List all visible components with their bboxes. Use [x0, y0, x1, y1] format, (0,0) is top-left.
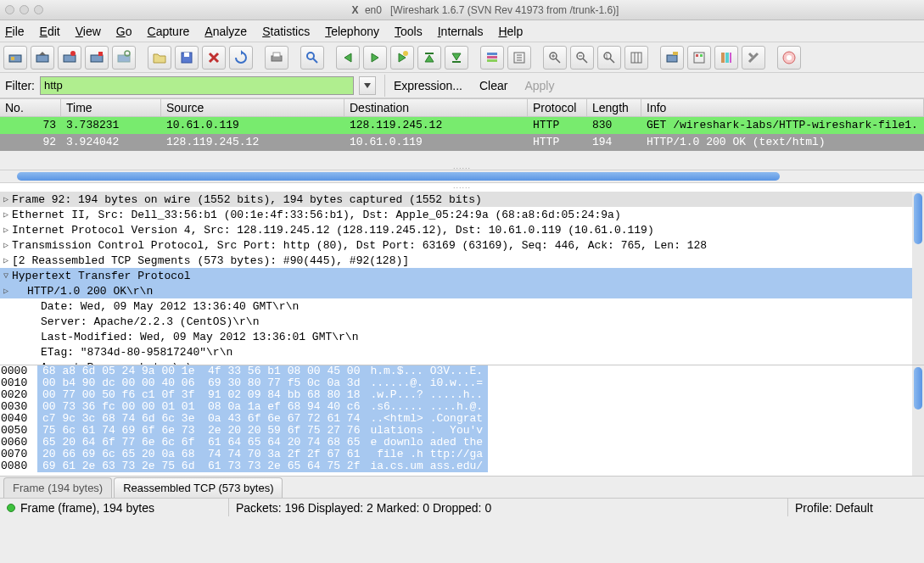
- disclosure-triangle-icon[interactable]: ▽: [0, 270, 12, 281]
- detail-row[interactable]: ▷[2 Reassembled TCP Segments (573 bytes)…: [0, 253, 924, 268]
- packet-list-hscrollbar[interactable]: ······: [0, 170, 924, 183]
- column-source[interactable]: Source: [161, 99, 344, 116]
- goto-packet-button[interactable]: [390, 46, 414, 70]
- hex-row[interactable]: 007020 66 69 6c 65 20 0a 68 74 74 70 3a …: [0, 449, 924, 460]
- column-protocol[interactable]: Protocol: [528, 99, 587, 116]
- menu-tools[interactable]: Tools: [395, 25, 423, 38]
- clear-button[interactable]: Clear: [479, 79, 507, 92]
- menu-go[interactable]: Go: [116, 25, 132, 38]
- cell: 10.61.0.119: [161, 117, 344, 134]
- hex-row[interactable]: 006065 20 64 6f 77 6e 6c 6f 61 64 65 64 …: [0, 437, 924, 449]
- menu-capture[interactable]: Capture: [148, 25, 190, 38]
- packet-row[interactable]: 733.73823110.61.0.119128.119.245.12HTTP8…: [0, 117, 924, 134]
- tab-reassembled-tcp[interactable]: Reassembled TCP (573 bytes): [114, 477, 283, 498]
- close-file-button[interactable]: [202, 46, 226, 70]
- save-file-button[interactable]: [175, 46, 199, 70]
- find-packet-button[interactable]: [300, 46, 324, 70]
- colorize-button[interactable]: [480, 46, 504, 70]
- menu-telephony[interactable]: Telephony: [325, 25, 379, 38]
- start-capture-button[interactable]: [58, 46, 81, 70]
- auto-scroll-button[interactable]: [507, 46, 531, 70]
- coloring-rules-button[interactable]: [714, 46, 738, 70]
- hex-row[interactable]: 000068 a8 6d 05 24 9a 00 1e 4f 33 56 b1 …: [0, 365, 924, 377]
- detail-row[interactable]: Date: Wed, 09 May 2012 13:36:40 GMT\r\n: [0, 298, 924, 314]
- hex-row[interactable]: 002000 77 00 50 f6 c1 0f 3f 91 02 09 84 …: [0, 389, 924, 401]
- disclosure-triangle-icon[interactable]: ▷: [0, 209, 12, 220]
- open-file-button[interactable]: [148, 46, 171, 70]
- menu-file[interactable]: File: [5, 25, 25, 38]
- expression-button[interactable]: Expression...: [394, 79, 462, 92]
- disclosure-triangle-icon[interactable]: ▷: [0, 225, 12, 235]
- interfaces-button[interactable]: [3, 46, 27, 70]
- print-button[interactable]: [265, 46, 288, 70]
- hex-row[interactable]: 008069 61 2e 63 73 2e 75 6d 61 73 73 2e …: [0, 460, 924, 472]
- resize-columns-button[interactable]: [624, 46, 648, 70]
- detail-row[interactable]: ▽Hypertext Transfer Protocol: [0, 268, 924, 283]
- column-info[interactable]: Info: [641, 99, 924, 116]
- detail-row[interactable]: Accept-Ranges: bytes\r\n: [0, 360, 924, 365]
- detail-row[interactable]: Server: Apache/2.2.3 (CentOS)\r\n: [0, 314, 924, 329]
- preferences-button[interactable]: [742, 46, 765, 70]
- detail-row[interactable]: ▷Transmission Control Protocol, Src Port…: [0, 237, 924, 253]
- tab-frame[interactable]: Frame (194 bytes): [3, 477, 112, 498]
- zoom-window-button[interactable]: [34, 5, 43, 14]
- column-length[interactable]: Length: [587, 99, 641, 116]
- scrollbar-thumb[interactable]: [914, 367, 922, 410]
- hex-row[interactable]: 001000 b4 90 dc 00 00 40 06 69 30 80 77 …: [0, 377, 924, 389]
- go-back-button[interactable]: [336, 46, 360, 70]
- help-button[interactable]: [777, 46, 801, 70]
- scrollbar-thumb[interactable]: [17, 172, 780, 181]
- reload-button[interactable]: [229, 46, 253, 70]
- zoom-reset-button[interactable]: 1: [597, 46, 621, 70]
- menu-help[interactable]: Help: [498, 25, 523, 38]
- detail-row[interactable]: ▷Ethernet II, Src: Dell_33:56:b1 (00:1e:…: [0, 207, 924, 222]
- hex-row[interactable]: 0040c7 9c 3c 68 74 6d 6c 3e 0a 43 6f 6e …: [0, 413, 924, 425]
- minimize-window-button[interactable]: [20, 5, 29, 14]
- disclosure-triangle-icon[interactable]: ▷: [0, 255, 12, 265]
- menu-internals[interactable]: Internals: [438, 25, 484, 38]
- column-destination[interactable]: Destination: [344, 99, 528, 116]
- zoom-out-button[interactable]: [570, 46, 594, 70]
- options-button[interactable]: [31, 46, 54, 70]
- stop-capture-button[interactable]: [85, 46, 109, 70]
- expert-info-light-icon[interactable]: [7, 504, 15, 512]
- scrollbar-thumb[interactable]: [914, 193, 922, 244]
- display-filters-button[interactable]: [687, 46, 711, 70]
- menubar: FileEditViewGoCaptureAnalyzeStatisticsTe…: [0, 20, 924, 42]
- detail-row[interactable]: ETag: "8734d-80-95817240"\r\n: [0, 344, 924, 360]
- detail-row[interactable]: ▷Internet Protocol Version 4, Src: 128.1…: [0, 222, 924, 237]
- filter-input[interactable]: [40, 76, 354, 95]
- menu-view[interactable]: View: [76, 25, 101, 38]
- hex-row[interactable]: 005075 6c 61 74 69 6f 6e 73 2e 20 20 59 …: [0, 425, 924, 437]
- column-time[interactable]: Time: [61, 99, 161, 116]
- menu-edit[interactable]: Edit: [40, 25, 60, 38]
- detail-row[interactable]: Last-Modified: Wed, 09 May 2012 13:36:01…: [0, 329, 924, 344]
- packet-list[interactable]: 733.73823110.61.0.119128.119.245.12HTTP8…: [0, 117, 924, 151]
- disclosure-triangle-icon[interactable]: ▷: [0, 240, 12, 250]
- disclosure-triangle-icon[interactable]: ▷: [0, 194, 12, 204]
- detail-row[interactable]: ▷Frame 92: 194 bytes on wire (1552 bits)…: [0, 192, 924, 207]
- hex-bytes: 00 b4 90 dc 00 00 40 06 69 30 80 77 f5 0…: [37, 377, 365, 389]
- hex-row[interactable]: 003000 73 36 fc 00 00 01 01 08 0a 1a ef …: [0, 401, 924, 413]
- restart-capture-button[interactable]: [112, 46, 136, 70]
- goto-first-button[interactable]: [417, 46, 441, 70]
- filter-dropdown-button[interactable]: [359, 76, 376, 95]
- apply-button[interactable]: Apply: [524, 79, 554, 92]
- packet-details-pane[interactable]: ······▷Frame 92: 194 bytes on wire (1552…: [0, 183, 924, 365]
- capture-filters-button[interactable]: [660, 46, 684, 70]
- goto-last-button[interactable]: [445, 46, 468, 70]
- disclosure-triangle-icon[interactable]: ▷: [0, 286, 12, 296]
- column-no[interactable]: No.: [0, 99, 61, 116]
- title-interface: en0: [365, 4, 382, 16]
- hex-vscrollbar[interactable]: [912, 365, 924, 476]
- detail-row[interactable]: ▷HTTP/1.0 200 OK\r\n: [0, 283, 924, 298]
- svg-rect-18: [487, 56, 497, 59]
- go-forward-button[interactable]: [363, 46, 387, 70]
- details-vscrollbar[interactable]: [912, 192, 924, 365]
- zoom-in-button[interactable]: [543, 46, 567, 70]
- menu-statistics[interactable]: Statistics: [262, 25, 310, 38]
- menu-analyze[interactable]: Analyze: [204, 25, 247, 38]
- packet-row[interactable]: 923.924042128.119.245.1210.61.0.119HTTP1…: [0, 134, 924, 151]
- close-window-button[interactable]: [5, 5, 14, 14]
- packet-bytes-pane[interactable]: 000068 a8 6d 05 24 9a 00 1e 4f 33 56 b1 …: [0, 365, 924, 476]
